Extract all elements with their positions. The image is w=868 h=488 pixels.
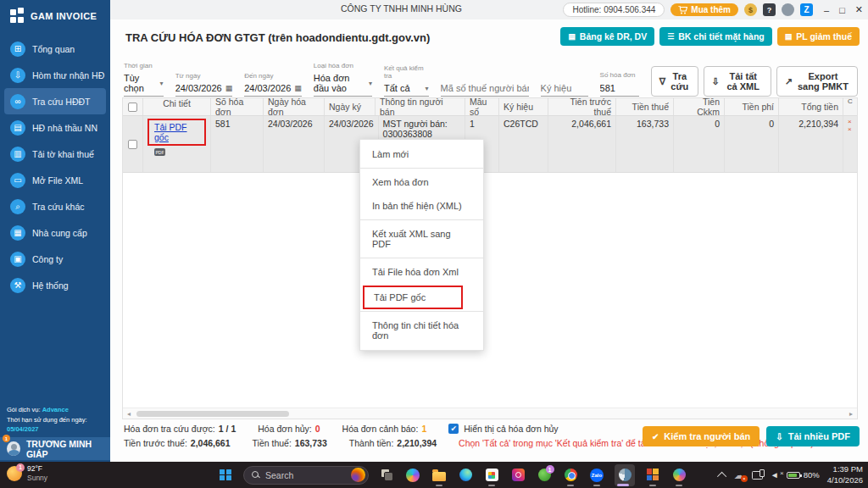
download-icon: ⇩	[712, 76, 720, 87]
clock[interactable]: 1:39 PM 4/10/2026	[827, 464, 863, 485]
invoice-no-input[interactable]	[600, 80, 639, 97]
time-filter-label: Thời gian	[124, 62, 164, 69]
palette-icon	[673, 469, 686, 481]
sidebar-item-hd-nha-thau[interactable]: ▤HĐ nhà thầu NN	[0, 114, 110, 141]
windows-icon	[220, 469, 231, 481]
user-account-bar[interactable]: 1 TRƯƠNG MINH GIÁP	[0, 437, 110, 460]
sidebar-item-tra-cuu-khac[interactable]: ⌕Tra cứu khác	[0, 193, 110, 219]
scroll-left-icon[interactable]: ◂	[123, 410, 135, 418]
menu-item-xem-hoa-don[interactable]: Xem hóa đơn	[360, 170, 483, 194]
onedrive-button[interactable]: ☁×	[734, 469, 744, 481]
time: 1:39 PM	[827, 464, 863, 474]
sidebar-item-tra-cuu-hddt[interactable]: ∞Tra cứu HĐĐT	[4, 88, 106, 114]
invoice-type-label: Loại hóa đơn	[314, 62, 372, 69]
download-multi-pdf-button[interactable]: ⇩Tải nhiều PDF	[766, 426, 860, 446]
serial-input[interactable]	[541, 80, 588, 97]
buy-more-button[interactable]: Mua thêm	[670, 3, 738, 16]
xbox-button[interactable]: 1	[536, 464, 553, 486]
store-button[interactable]	[483, 464, 500, 486]
zalo-icon[interactable]: Z	[800, 3, 813, 16]
export-pmkt-button[interactable]: ↗Export sang PMKT	[776, 66, 858, 97]
app-brand: GAM INVOICE	[0, 0, 110, 32]
folder-icon: ▭	[10, 173, 25, 188]
tiles-app-button[interactable]	[644, 464, 661, 486]
menu-item-in-ban-the-hien[interactable]: In bản thể hiện (XML)	[360, 194, 483, 218]
app-window: GAM INVOICE ⊞Tổng quan ⇩Hòm thư nhận HĐ …	[0, 0, 868, 488]
maximize-button[interactable]: □	[839, 5, 845, 15]
pl-giam-thue-button[interactable]: ▤PL giảm thuế	[777, 27, 860, 46]
support-agent-icon[interactable]	[782, 3, 794, 16]
row-checkbox[interactable]	[128, 140, 137, 149]
gam-invoice-app-button[interactable]	[615, 464, 635, 486]
menu-separator	[360, 311, 483, 312]
firefox-icon[interactable]	[351, 468, 365, 482]
check-seller-button[interactable]: ✔Kiểm tra người bán	[643, 426, 760, 446]
minimize-button[interactable]: –	[824, 5, 829, 15]
sidebar-item-nha-cung-cap[interactable]: ▦Nhà cung cấp	[0, 219, 110, 246]
download-pdf-link[interactable]: Tải PDF gốc	[147, 119, 206, 146]
menu-item-lam-moi[interactable]: Làm mới	[360, 142, 483, 166]
zalo-button[interactable]: Zalo	[588, 464, 605, 486]
invoice-no-label: Số hóa đơn	[600, 71, 639, 79]
pdf-file-icon[interactable]	[154, 148, 165, 156]
sum-tax: Tiền thuế:163,733	[253, 438, 327, 448]
bk-chi-tiet-button[interactable]: ☰BK chi tiết mặt hàng	[659, 27, 772, 46]
cell-tax: 163,733	[616, 116, 674, 172]
calendar-icon[interactable]: ▦	[294, 84, 302, 92]
scrollbar-thumb[interactable]	[136, 411, 289, 417]
task-view-button[interactable]	[378, 464, 395, 486]
menu-item-ket-xuat-xml[interactable]: Kết xuất XML sang PDF	[360, 222, 483, 256]
close-button[interactable]: ✕	[855, 4, 863, 15]
instagram-button[interactable]	[509, 464, 526, 486]
calendar-icon[interactable]: ▦	[225, 84, 233, 92]
table-row[interactable]: Tải PDF gốc 581 24/03/2026 24/03/2026 MS…	[123, 116, 857, 173]
menu-item-thong-tin-chi-tiet[interactable]: Thông tin chi tiết hóa đơn	[360, 313, 483, 347]
sidebar-item-cong-ty[interactable]: ▣Công ty	[0, 246, 110, 272]
export-icon: ↗	[785, 76, 793, 87]
volume-muted-icon[interactable]: ◄	[771, 470, 779, 480]
horizontal-scrollbar[interactable]: ◂ ▸	[123, 408, 857, 419]
search-placeholder: Search	[265, 470, 345, 480]
invoice-type-select[interactable]: Hóa đơn đầu vào▾	[314, 71, 372, 97]
tools-icon: ⚒	[10, 278, 25, 293]
edge-button[interactable]	[457, 464, 474, 486]
file-explorer-button[interactable]	[431, 464, 448, 486]
sidebar-item-mo-file-xml[interactable]: ▭Mở File XML	[0, 167, 110, 193]
paint-app-button[interactable]	[670, 464, 687, 486]
menu-item-tai-file-xml[interactable]: Tải File hóa đơn Xml	[360, 260, 483, 284]
cast-device-icon[interactable]	[752, 471, 763, 480]
plan-value: Advance	[42, 406, 69, 413]
seller-tax-code-input[interactable]	[441, 80, 529, 97]
company-icon: ▣	[10, 252, 25, 267]
expiry-value: 05/04/2027	[7, 425, 39, 433]
help-chat-icon[interactable]: ?	[763, 3, 776, 16]
taskbar-search[interactable]: Search	[243, 466, 369, 485]
sidebar-item-he-thong[interactable]: ⚒Hệ thống	[0, 272, 110, 298]
show-cancelled-checkbox[interactable]: ✔ Hiển thị cả hóa đơn hủy	[448, 424, 558, 434]
sidebar-item-tong-quan[interactable]: ⊞Tổng quan	[0, 36, 110, 62]
to-date-input[interactable]: 24/03/2026▦	[244, 81, 302, 97]
check-result-select[interactable]: Tất cả▾	[384, 81, 429, 97]
select-all-checkbox[interactable]	[128, 103, 137, 112]
sidebar-item-hom-thu[interactable]: ⇩Hòm thư nhận HĐ	[0, 62, 110, 88]
chrome-button[interactable]	[562, 464, 579, 486]
search-button[interactable]: ∇Tra cứu	[651, 66, 698, 97]
gam-app-icon	[619, 469, 632, 481]
checkbox-checked-icon[interactable]: ✔	[448, 424, 459, 434]
folder-icon	[432, 472, 446, 481]
menu-item-tai-pdf-goc[interactable]: Tải PDF gốc	[363, 286, 463, 309]
scroll-right-icon[interactable]: ▸	[845, 410, 857, 418]
time-filter-select[interactable]: Tùy chọn▾	[124, 71, 164, 97]
battery-indicator[interactable]: 80%	[787, 470, 820, 480]
sidebar-item-tai-to-khai[interactable]: ▥Tải tờ khai thuế	[0, 141, 110, 167]
rewards-icon[interactable]: $	[744, 3, 757, 16]
bang-ke-dr-dv-button[interactable]: ▤Bảng kê DR, DV	[560, 27, 654, 46]
copilot-button[interactable]	[404, 464, 421, 486]
download-all-xml-button[interactable]: ⇩Tải tất cả XML	[704, 66, 771, 97]
start-button[interactable]	[217, 464, 234, 486]
system-tray: ☁× ◄ 80% 1:39 PM 4/10/2026	[720, 462, 863, 488]
weather-widget[interactable]: 1 92°FSunny	[7, 464, 47, 482]
from-date-input[interactable]: 24/03/2026▦	[175, 81, 233, 97]
tray-expand-icon[interactable]	[717, 471, 726, 480]
onedrive-error-badge: ×	[741, 475, 748, 482]
